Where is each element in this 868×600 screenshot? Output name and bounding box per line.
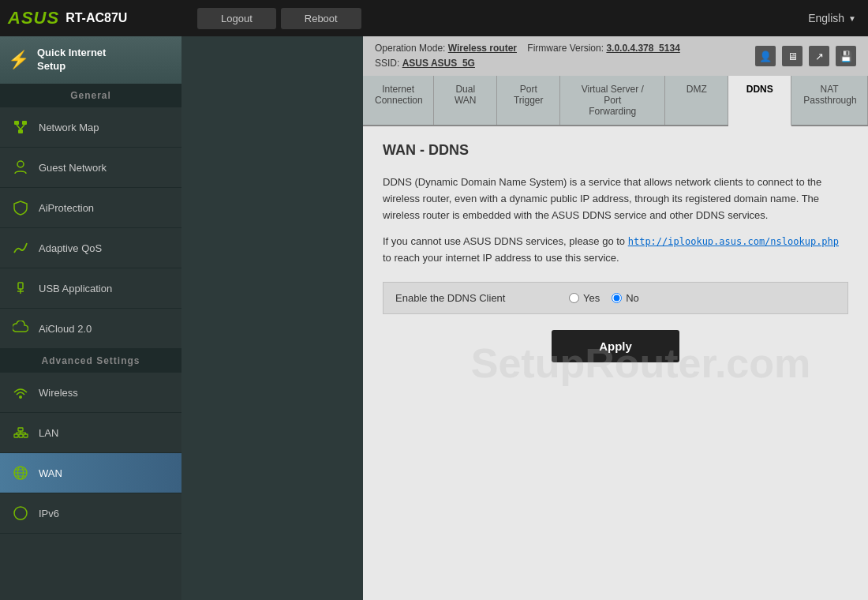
ddns-yes-label: Yes — [583, 292, 600, 304]
lan-icon — [12, 424, 29, 441]
tab-port-trigger[interactable]: PortTrigger — [497, 76, 560, 125]
advanced-section-label: Advanced Settings — [0, 349, 181, 373]
svg-rect-6 — [18, 283, 23, 289]
sidebar-label-wan: WAN — [39, 467, 62, 479]
sidebar-label-ipv6: IPv6 — [39, 508, 59, 519]
sidebar-item-adaptive-qos[interactable]: Adaptive QoS — [0, 228, 181, 268]
aicloud-icon — [12, 320, 29, 337]
logout-button[interactable]: Logout — [197, 8, 276, 29]
description-p2: If you cannot use ASUS DDNS services, pl… — [383, 234, 848, 267]
quick-setup-icon: ⚡ — [8, 50, 29, 70]
logo-model: RT-AC87U — [65, 11, 127, 25]
logo-area: ASUS RT-AC87U — [0, 8, 181, 28]
infobar: Operation Mode: Wireless router Firmware… — [363, 36, 868, 76]
svg-rect-1 — [22, 121, 27, 125]
content-area: SetupRouter.com WAN - DDNS DDNS (Dynamic… — [363, 126, 868, 600]
sidebar-label-aiprotection: AiProtection — [39, 202, 94, 214]
main-content: Operation Mode: Wireless router Firmware… — [363, 36, 868, 600]
operation-mode-value: Wireless router — [448, 43, 517, 54]
wan-tabs: InternetConnection DualWAN PortTrigger V… — [363, 76, 868, 126]
description-p2-prefix: If you cannot use ASUS DDNS services, pl… — [383, 235, 628, 247]
sidebar-item-wireless[interactable]: Wireless — [0, 373, 181, 413]
quick-setup-label: Quick Internet Setup — [37, 47, 106, 73]
ssid-label: SSID: — [375, 58, 399, 69]
svg-line-3 — [17, 125, 21, 129]
sidebar-label-wireless: Wireless — [39, 387, 78, 399]
svg-line-4 — [21, 125, 24, 129]
tab-dual-wan[interactable]: DualWAN — [434, 76, 497, 125]
operation-mode-label: Operation Mode: — [375, 43, 445, 54]
ddns-enable-row: Enable the DDNS Client Yes No — [383, 282, 848, 314]
infobar-left: Operation Mode: Wireless router Firmware… — [375, 41, 680, 71]
usb-application-icon — [12, 279, 29, 297]
sidebar-item-lan[interactable]: LAN — [0, 413, 181, 453]
share-icon[interactable]: ↗ — [809, 46, 829, 66]
sidebar-item-network-map[interactable]: Network Map — [0, 107, 181, 148]
tab-ddns[interactable]: DDNS — [728, 76, 791, 126]
description-p2-suffix: to reach your internet IP address to use… — [383, 252, 619, 264]
infobar-right: 👤 🖥 ↗ 💾 — [755, 46, 856, 66]
firmware-value: 3.0.0.4.378_5134 — [606, 43, 679, 54]
chevron-down-icon: ▼ — [848, 14, 856, 23]
network-map-icon — [12, 118, 29, 136]
reboot-button[interactable]: Reboot — [281, 8, 361, 29]
sidebar-item-wan[interactable]: WAN — [0, 453, 181, 493]
sidebar-label-adaptive-qos: Adaptive QoS — [39, 242, 102, 254]
guest-network-icon — [12, 159, 29, 176]
tab-dmz[interactable]: DMZ — [665, 76, 728, 125]
page-title: WAN - DDNS — [383, 142, 848, 159]
description: DDNS (Dynamic Domain Name System) is a s… — [383, 174, 848, 266]
aiprotection-icon — [12, 199, 29, 216]
general-section-label: General — [0, 84, 181, 107]
apply-button[interactable]: Apply — [552, 330, 679, 362]
ipv6-icon — [12, 504, 29, 522]
adaptive-qos-icon — [12, 239, 29, 257]
language-selector[interactable]: English ▼ — [808, 12, 868, 24]
enable-ddns-label: Enable the DDNS Client — [395, 292, 553, 304]
svg-point-8 — [19, 396, 22, 399]
ddns-yes-radio[interactable] — [569, 293, 579, 303]
sidebar-label-guest-network: Guest Network — [39, 162, 107, 174]
user-icon[interactable]: 👤 — [755, 46, 776, 66]
sidebar-item-ipv6[interactable]: IPv6 — [0, 493, 181, 534]
firmware-label: Firmware Version: — [527, 43, 604, 54]
svg-rect-12 — [18, 428, 23, 431]
language-label: English — [808, 12, 844, 24]
ssid-values: ASUS ASUS_5G — [402, 58, 475, 69]
sidebar-label-usb-application: USB Application — [39, 283, 112, 294]
ddns-link[interactable]: http://iplookup.asus.com/nslookup.php — [628, 236, 839, 247]
topbar-buttons: Logout Reboot — [181, 8, 808, 29]
svg-rect-10 — [19, 434, 23, 437]
wan-icon — [12, 464, 29, 482]
svg-rect-2 — [18, 129, 23, 133]
quick-internet-setup[interactable]: ⚡ Quick Internet Setup — [0, 36, 181, 84]
tab-virtual-server[interactable]: Virtual Server / PortForwarding — [560, 76, 665, 125]
sidebar-label-lan: LAN — [39, 427, 58, 439]
sidebar-item-aicloud[interactable]: AiCloud 2.0 — [0, 309, 181, 349]
svg-point-22 — [14, 507, 27, 519]
svg-point-5 — [17, 161, 24, 167]
svg-rect-0 — [14, 121, 19, 125]
wireless-icon — [12, 384, 29, 401]
sidebar-item-usb-application[interactable]: USB Application — [0, 268, 181, 309]
sidebar-label-network-map: Network Map — [39, 122, 99, 133]
tab-internet-connection[interactable]: InternetConnection — [363, 76, 434, 125]
sidebar-item-guest-network[interactable]: Guest Network — [0, 148, 181, 188]
apply-area: Apply — [383, 330, 848, 362]
logo-asus: ASUS — [8, 8, 59, 28]
topbar: ASUS RT-AC87U Logout Reboot English ▼ — [0, 0, 868, 36]
monitor-icon[interactable]: 🖥 — [782, 46, 803, 66]
sidebar-item-aiprotection[interactable]: AiProtection — [0, 188, 181, 228]
ddns-no-label: No — [626, 292, 639, 304]
svg-rect-9 — [14, 434, 18, 437]
tab-nat-passthrough[interactable]: NATPassthrough — [791, 76, 868, 125]
save-icon[interactable]: 💾 — [836, 46, 856, 66]
ddns-radio-group: Yes No — [569, 292, 639, 304]
ddns-yes-option[interactable]: Yes — [569, 292, 600, 304]
ddns-no-option[interactable]: No — [612, 292, 639, 304]
ddns-no-radio[interactable] — [612, 293, 622, 303]
description-p1: DDNS (Dynamic Domain Name System) is a s… — [383, 174, 848, 223]
sidebar: ⚡ Quick Internet Setup General Network M… — [0, 36, 181, 600]
sidebar-label-aicloud: AiCloud 2.0 — [39, 323, 92, 335]
svg-rect-11 — [24, 434, 28, 437]
